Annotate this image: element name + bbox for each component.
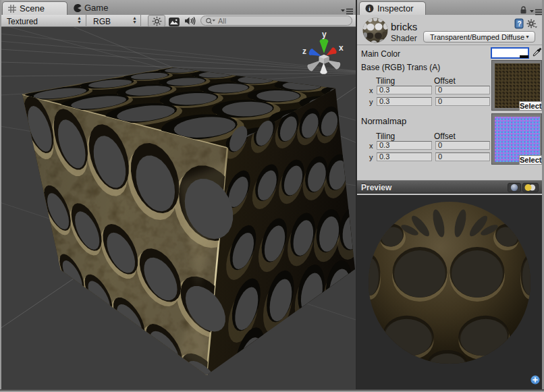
svg-text:?: ? <box>517 20 521 28</box>
svg-text:x: x <box>339 43 344 53</box>
svg-text:z: z <box>302 47 306 56</box>
svg-text:y: y <box>322 30 327 39</box>
